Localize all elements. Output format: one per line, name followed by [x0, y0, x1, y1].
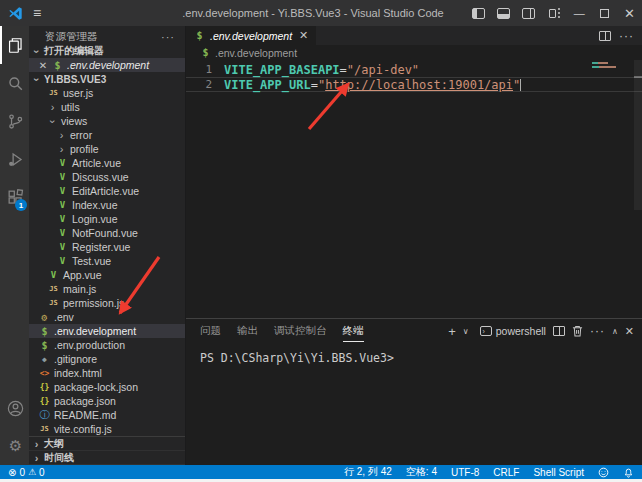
title-bar: ≡ .env.development - Yi.BBS.Vue3 - Visua…	[0, 0, 642, 26]
js-file-icon: JS	[48, 89, 59, 97]
line-number: 2	[186, 78, 212, 91]
maximize-button[interactable]	[592, 0, 617, 26]
notifications-bell-icon[interactable]	[623, 467, 634, 478]
panel-tab-终端[interactable]: 终端	[343, 320, 364, 342]
panel-tab-输出[interactable]: 输出	[237, 320, 258, 342]
editor-tab[interactable]: $ .env.development ✕	[186, 26, 316, 45]
tree-item-.env.development[interactable]: $.env.development	[29, 324, 185, 338]
terminal-dropdown-icon[interactable]: ∨	[463, 327, 469, 336]
tree-item-NotFound.vue[interactable]: VNotFound.vue	[29, 226, 185, 240]
editor-scrollbar[interactable]	[634, 60, 642, 210]
split-editor-icon[interactable]	[599, 31, 611, 41]
editor-more-icon[interactable]: ···	[619, 29, 634, 43]
tree-item-main.js[interactable]: JSmain.js	[29, 282, 185, 296]
close-editor-icon[interactable]: ✕	[38, 60, 48, 71]
tree-item-EditArticle.vue[interactable]: VEditArticle.vue	[29, 184, 185, 198]
maximize-panel-icon[interactable]: ∧	[612, 327, 618, 336]
status-item[interactable]: CRLF	[493, 465, 519, 479]
minimap	[592, 62, 620, 68]
chevron-right-icon: ›	[32, 452, 41, 464]
menu-icon[interactable]: ≡	[33, 5, 41, 21]
powershell-select[interactable]: ›_ powershell	[480, 325, 546, 337]
split-terminal-icon[interactable]	[553, 326, 565, 336]
status-item[interactable]: UTF-8	[451, 465, 479, 479]
url-link[interactable]: http://localhost:19001/api	[325, 78, 513, 92]
vue-file-icon: V	[57, 214, 68, 224]
activity-bar: 1 ⚙	[0, 26, 29, 465]
panel-tab-问题[interactable]: 问题	[200, 320, 221, 342]
source-control-icon[interactable]	[0, 102, 29, 140]
problems-status[interactable]: ⊗ 0 ⚠ 0	[8, 467, 45, 478]
shell-file-icon: $	[39, 326, 50, 337]
json-file-icon: {}	[39, 397, 50, 406]
tree-item-utils[interactable]: ›utils	[29, 100, 185, 114]
toggle-panel-icon[interactable]	[491, 0, 516, 26]
tab-close-icon[interactable]: ✕	[299, 29, 308, 42]
tree-item-Register.vue[interactable]: VRegister.vue	[29, 240, 185, 254]
tree-item-Index.vue[interactable]: VIndex.vue	[29, 198, 185, 212]
tree-item-user.js[interactable]: JSuser.js	[29, 86, 185, 100]
tree-item-vite.config.js[interactable]: JSvite.config.js	[29, 422, 185, 436]
sidebar-section-大纲[interactable]: ›大纲	[29, 437, 185, 451]
new-terminal-icon[interactable]: +	[448, 324, 456, 339]
chevron-down-icon: ›	[47, 117, 59, 126]
tree-item-error[interactable]: ›error	[29, 128, 185, 142]
code-line-2: 2VITE_APP_URL="http://localhost:19001/ap…	[186, 77, 642, 92]
status-item[interactable]: 空格: 4	[406, 465, 437, 479]
toggle-sidebar-icon[interactable]	[466, 0, 491, 26]
settings-gear-icon[interactable]: ⚙	[0, 427, 29, 465]
js-file-icon: JS	[48, 299, 59, 307]
terminal-content[interactable]: PS D:\CSharp\Yi\Yi.BBS.Vue3>	[186, 343, 642, 465]
tree-item-Test.vue[interactable]: VTest.vue	[29, 254, 185, 268]
open-editors-header[interactable]: › 打开的编辑器	[29, 44, 185, 58]
run-debug-icon[interactable]	[0, 140, 29, 178]
tree-item-permission.js[interactable]: JSpermission.js	[29, 296, 185, 310]
open-editor-item[interactable]: ✕$.env.development	[29, 58, 185, 72]
tree-item-views[interactable]: ›views	[29, 114, 185, 128]
tree-item-README.md[interactable]: ⓘREADME.md	[29, 408, 185, 422]
info-file-icon: ⓘ	[39, 408, 50, 422]
explorer-more-icon[interactable]: ···	[161, 31, 175, 43]
warning-icon: ⚠	[28, 467, 36, 477]
text-cursor	[520, 79, 521, 91]
vscode-window: ≡ .env.development - Yi.BBS.Vue3 - Visua…	[0, 0, 642, 482]
extensions-icon[interactable]: 1	[0, 178, 29, 216]
line-number: 1	[186, 63, 212, 76]
panel-more-icon[interactable]: ···	[590, 324, 605, 338]
minimize-button[interactable]: —	[567, 0, 592, 26]
close-panel-icon[interactable]: ✕	[625, 325, 634, 338]
tree-item-package.json[interactable]: {}package.json	[29, 394, 185, 408]
terminal-prompt: PS D:\CSharp\Yi\Yi.BBS.Vue3>	[200, 351, 394, 365]
vue-file-icon: V	[57, 158, 68, 168]
project-root-header[interactable]: › YI.BBS.VUE3	[29, 72, 185, 86]
code-editor[interactable]: 1VITE_APP_BASEAPI="/api-dev"2VITE_APP_UR…	[186, 60, 642, 318]
toggle-secondary-sidebar-icon[interactable]	[516, 0, 541, 26]
tree-item-.gitignore[interactable]: ◆.gitignore	[29, 352, 185, 366]
tree-item-index.html[interactable]: <>index.html	[29, 366, 185, 380]
tree-item-.env[interactable]: ⚙.env	[29, 310, 185, 324]
account-icon[interactable]	[0, 389, 29, 427]
panel-tab-调试控制台[interactable]: 调试控制台	[274, 320, 327, 342]
tree-item-profile[interactable]: ›profile	[29, 142, 185, 156]
vue-file-icon: V	[57, 228, 68, 238]
breadcrumb[interactable]: $ .env.development	[186, 45, 642, 60]
feedback-icon[interactable]	[598, 467, 609, 478]
tree-item-package-lock.json[interactable]: {}package-lock.json	[29, 380, 185, 394]
js-file-icon: JS	[39, 425, 50, 433]
chevron-down-icon: ›	[31, 75, 43, 84]
sidebar-section-时间线[interactable]: ›时间线	[29, 451, 185, 465]
tree-item-App.vue[interactable]: VApp.vue	[29, 268, 185, 282]
tree-item-Login.vue[interactable]: VLogin.vue	[29, 212, 185, 226]
kill-terminal-icon[interactable]	[572, 325, 583, 337]
status-item[interactable]: Shell Script	[533, 465, 584, 479]
customize-layout-icon[interactable]	[541, 0, 566, 26]
search-icon[interactable]	[0, 64, 29, 102]
tree-item-Discuss.vue[interactable]: VDiscuss.vue	[29, 170, 185, 184]
tree-item-.env.production[interactable]: $.env.production	[29, 338, 185, 352]
explorer-sidebar: 资源管理器 ··· › 打开的编辑器 ✕$.env.development › …	[29, 26, 186, 465]
close-button[interactable]: ✕	[617, 0, 642, 26]
explorer-icon[interactable]	[0, 26, 29, 64]
shell-file-icon: $	[39, 340, 50, 351]
tree-item-Article.vue[interactable]: VArticle.vue	[29, 156, 185, 170]
status-item[interactable]: 行 2, 列 42	[344, 465, 392, 479]
